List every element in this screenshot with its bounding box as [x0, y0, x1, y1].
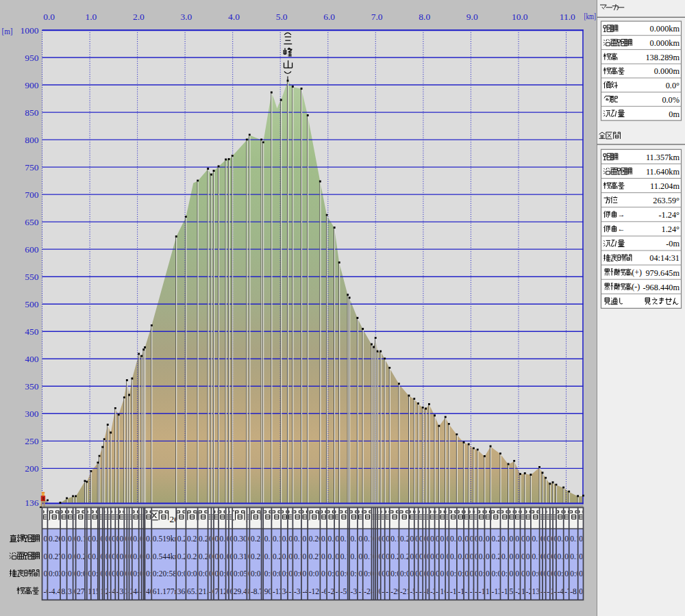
svg-text:[km]: [km]: [584, 11, 597, 21]
svg-text:1.0: 1.0: [85, 12, 97, 22]
svg-text:(-): (-): [632, 282, 640, 292]
svg-text:-0m: -0m: [666, 239, 680, 248]
svg-text:850: 850: [25, 107, 39, 118]
svg-text:600: 600: [25, 244, 39, 255]
svg-text:200: 200: [25, 463, 39, 474]
svg-text:→: →: [618, 210, 625, 218]
svg-text:138.289m: 138.289m: [645, 53, 680, 62]
svg-text:0m: 0m: [669, 110, 680, 119]
svg-text:4.0: 4.0: [228, 12, 240, 22]
svg-text:979.645m: 979.645m: [645, 268, 680, 278]
svg-text:900: 900: [25, 80, 39, 90]
svg-text:950: 950: [25, 53, 39, 63]
svg-text:450: 450: [25, 326, 39, 337]
svg-text:1000: 1000: [21, 25, 39, 36]
svg-text:3.0: 3.0: [180, 12, 192, 22]
svg-text:0.0°: 0.0°: [666, 81, 680, 90]
svg-text:0:20:58: 0:20:58: [153, 569, 177, 578]
svg-text:700: 700: [25, 190, 39, 200]
svg-text:9.0: 9.0: [466, 12, 478, 22]
svg-text:0.0: 0.0: [43, 12, 55, 22]
svg-text:136: 136: [25, 498, 39, 508]
svg-text:250: 250: [25, 436, 39, 446]
svg-text:2.0: 2.0: [133, 12, 145, 22]
svg-text:0.0%: 0.0%: [662, 95, 680, 105]
svg-text:0.000m: 0.000m: [654, 66, 680, 76]
svg-text:750: 750: [25, 162, 39, 172]
svg-text:650: 650: [25, 217, 39, 227]
svg-text:←: ←: [618, 224, 625, 233]
svg-text:11.640km: 11.640km: [646, 167, 680, 177]
svg-text:1.24°: 1.24°: [662, 224, 680, 234]
svg-text:0.000km: 0.000km: [650, 38, 680, 48]
svg-text:[m]: [m]: [2, 26, 13, 36]
svg-text:11.0: 11.0: [560, 12, 575, 22]
svg-text:-1.24°: -1.24°: [658, 210, 680, 220]
svg-text:263.59°: 263.59°: [653, 196, 680, 205]
svg-text:400: 400: [25, 354, 39, 364]
svg-text:-968.440m: -968.440m: [643, 283, 680, 292]
svg-text:6.0: 6.0: [323, 12, 335, 22]
svg-text:350: 350: [25, 381, 39, 392]
svg-text:7.0: 7.0: [371, 12, 383, 22]
svg-text:0.000km: 0.000km: [650, 24, 680, 34]
svg-text:04:14:31: 04:14:31: [649, 253, 680, 263]
svg-text:500: 500: [25, 299, 39, 309]
svg-text:800: 800: [25, 135, 39, 145]
svg-text:11.204m: 11.204m: [650, 181, 680, 191]
svg-text:(+): (+): [632, 268, 642, 277]
svg-text:5.0: 5.0: [276, 12, 288, 22]
svg-text:550: 550: [25, 272, 39, 282]
svg-text:11.357km: 11.357km: [646, 153, 680, 162]
svg-text:10.0: 10.0: [512, 12, 528, 22]
svg-text:300: 300: [25, 409, 39, 419]
svg-text:8.0: 8.0: [419, 12, 430, 22]
